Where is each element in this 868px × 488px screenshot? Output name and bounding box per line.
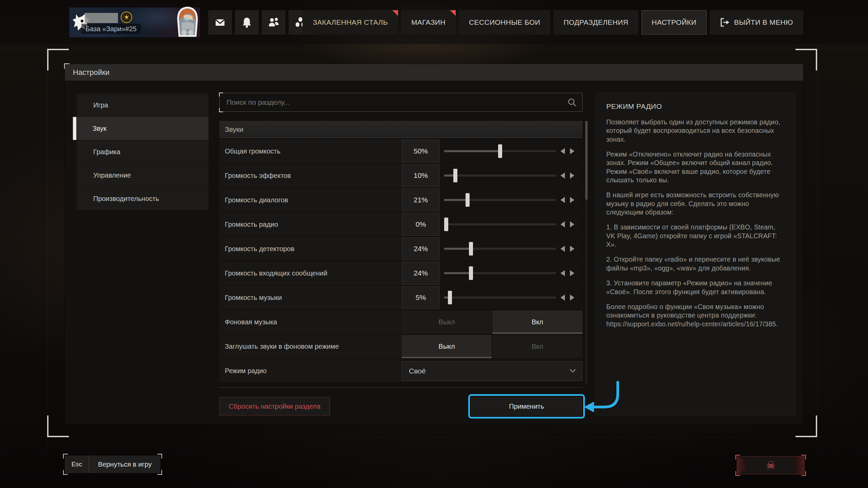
radio-mode-select[interactable]: Своё	[402, 361, 583, 381]
slider-increase-button[interactable]	[570, 197, 574, 203]
setting-control: 0%	[402, 212, 583, 236]
help-paragraph: Более подробно о функции «Своя музыка» м…	[606, 303, 785, 328]
slider-track[interactable]	[444, 223, 556, 225]
setting-label: Громкость входящих сообщений	[219, 261, 402, 285]
volume-slider[interactable]	[444, 139, 556, 163]
search-input[interactable]	[220, 93, 582, 111]
slider-decrease-button[interactable]	[560, 197, 565, 203]
dialog-title: Настройки	[65, 64, 803, 81]
setting-row: Громкость радио0%	[219, 212, 583, 237]
setting-control: 10%	[402, 164, 583, 187]
slider-handle[interactable]	[453, 169, 457, 182]
search-icon	[567, 98, 577, 107]
setting-row: Громкость детекторов24%	[219, 237, 583, 261]
apply-button[interactable]: Применить	[471, 397, 582, 415]
volume-slider[interactable]	[444, 188, 556, 212]
exit-to-menu-button[interactable]: ВЫЙТИ В МЕНЮ	[710, 10, 803, 35]
nav-label: МАГАЗИН	[411, 18, 446, 26]
slider-decrease-button[interactable]	[560, 294, 565, 301]
sidebar-item-5[interactable]: Производительность	[73, 187, 209, 210]
volume-slider[interactable]	[444, 164, 556, 187]
setting-row: Заглушать звуки в фоновом режимеВыклВкл	[219, 334, 583, 359]
nav-label: ЗАКАЛЕННАЯ СТАЛЬ	[313, 18, 388, 26]
quick-icons	[208, 10, 312, 35]
slider-fill	[444, 248, 471, 250]
slider-increase-button[interactable]	[570, 294, 574, 301]
mail-button[interactable]	[208, 10, 232, 35]
help-paragraph: Режим «Отключено» отключит радио на безо…	[606, 150, 785, 184]
friends-button[interactable]	[262, 10, 285, 35]
sidebar-item-2[interactable]: Звук	[73, 117, 209, 140]
slider-increase-button[interactable]	[570, 148, 574, 154]
setting-control: Своё	[402, 359, 583, 383]
scrollbar-thumb[interactable]	[585, 121, 588, 200]
slider-decrease-button[interactable]	[560, 148, 565, 154]
setting-control: 21%	[402, 188, 583, 212]
slider-decrease-button[interactable]	[560, 172, 565, 179]
chevron-down-icon	[569, 368, 576, 373]
setting-label: Общая громкость	[219, 139, 402, 163]
slider-increase-button[interactable]	[570, 246, 574, 252]
slider-increase-button[interactable]	[570, 270, 574, 276]
return-to-game-button[interactable]: Esc Вернуться в игру	[65, 455, 160, 473]
setting-control: 24%	[402, 261, 583, 285]
slider-increase-button[interactable]	[570, 172, 574, 179]
help-paragraph: Позволяет выбрать один из доступных режи…	[606, 118, 785, 144]
skull-icon: ☠	[766, 460, 775, 470]
scrollbar[interactable]	[585, 121, 588, 383]
nav-label: СЕССИОННЫЕ БОИ	[469, 18, 540, 26]
slider-decrease-button[interactable]	[560, 246, 565, 252]
toggle-on-button[interactable]: Вкл	[492, 310, 583, 334]
toggle-off-button[interactable]: Выкл	[402, 310, 492, 334]
volume-slider[interactable]	[444, 237, 556, 261]
slider-track[interactable]	[444, 175, 556, 177]
slider-decrease-button[interactable]	[560, 221, 565, 227]
slider-track[interactable]	[444, 297, 556, 299]
nav-label: НАСТРОЙКИ	[652, 18, 696, 26]
setting-row: Общая громкость50%	[219, 139, 583, 164]
slider-handle[interactable]	[469, 242, 473, 256]
slider-value: 5%	[402, 286, 440, 309]
volume-slider[interactable]	[444, 286, 556, 309]
slider-handle[interactable]	[444, 218, 448, 231]
frame-line	[817, 0, 817, 488]
bell-icon	[241, 17, 252, 28]
sidebar-item-4[interactable]: Управление	[73, 164, 209, 187]
help-paragraph: 2. Откройте папку «radio» и перенесите в…	[606, 255, 785, 272]
help-paragraph: 3. Установите параметр «Режим радио» на …	[606, 279, 785, 296]
player-club-label: База «Зари»#25	[81, 24, 141, 34]
slider-handle[interactable]	[466, 193, 470, 207]
nav-button[interactable]: ПОДРАЗДЕЛЕНИЯ	[553, 10, 638, 35]
notification-badge	[392, 10, 398, 16]
toggle-off-button[interactable]: Выкл	[402, 335, 492, 358]
slider-value: 0%	[402, 213, 440, 236]
search-box	[219, 93, 583, 112]
main-nav: ЗАКАЛЕННАЯ СТАЛЬМАГАЗИНСЕССИОННЫЕ БОИПОД…	[302, 10, 803, 35]
notifications-button[interactable]	[235, 10, 259, 35]
setting-label: Громкость музыки	[219, 286, 402, 309]
slider-fill	[444, 272, 471, 274]
setting-row: Режим радиоСвоё	[219, 359, 583, 383]
nav-button[interactable]: СЕССИОННЫЕ БОИ	[459, 10, 550, 35]
frame-line	[0, 437, 868, 438]
sidebar-item-3[interactable]: Графика	[73, 140, 209, 163]
toggle-on-button[interactable]: Вкл	[492, 335, 583, 358]
slider-value: 24%	[402, 237, 440, 260]
slider-handle[interactable]	[498, 144, 502, 158]
slider-increase-button[interactable]	[570, 221, 574, 227]
slider-handle[interactable]	[448, 291, 452, 304]
nav-active-button[interactable]: НАСТРОЙКИ	[642, 10, 707, 35]
setting-label: Заглушать звуки в фоновом режиме	[219, 334, 402, 358]
nav-button[interactable]: ЗАКАЛЕННАЯ СТАЛЬ	[302, 10, 398, 35]
slider-value: 50%	[402, 140, 440, 163]
sidebar-item-1[interactable]: Игра	[73, 94, 209, 117]
slider-decrease-button[interactable]	[560, 270, 565, 276]
setting-control: 50%	[402, 139, 583, 163]
volume-slider[interactable]	[444, 212, 556, 236]
danger-skull-button[interactable]: ☠	[737, 456, 805, 474]
volume-slider[interactable]	[444, 261, 556, 285]
reset-section-button[interactable]: Сбросить настройки раздела	[219, 397, 330, 415]
nav-button[interactable]: МАГАЗИН	[401, 10, 456, 35]
select-value: Своё	[409, 367, 426, 375]
slider-handle[interactable]	[469, 266, 473, 280]
